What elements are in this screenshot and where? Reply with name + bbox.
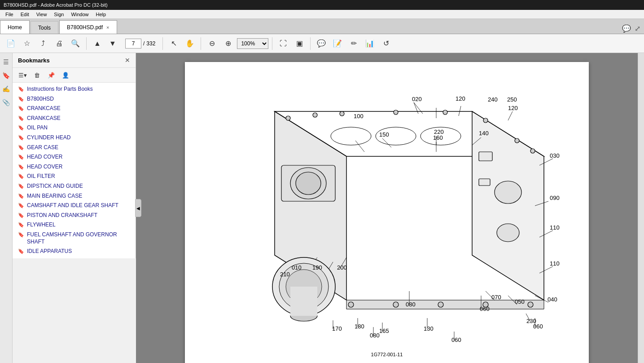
zoom-out-button[interactable]: ⊖ [205, 36, 219, 51]
svg-text:250: 250 [507, 96, 517, 103]
prev-page-button[interactable]: ▲ [90, 36, 105, 51]
sidebar-search-btn[interactable]: 👤 [59, 70, 72, 80]
menu-window[interactable]: Window [67, 12, 92, 17]
marquee-zoom-button[interactable]: ▣ [292, 36, 307, 51]
menu-view[interactable]: View [33, 12, 51, 17]
bookmark-item[interactable]: 🔖IDLE APPARATUS [13, 247, 136, 257]
menu-help[interactable]: Help [92, 12, 110, 17]
menu-edit[interactable]: Edit [17, 12, 33, 17]
markup-button[interactable]: 📊 [363, 36, 377, 51]
zoom-select[interactable]: 50% 75% 100% 125% 150% 200% [237, 38, 268, 49]
tab-close-button[interactable]: × [106, 25, 109, 30]
right-scrollbar[interactable] [638, 53, 644, 363]
zoom-in-button[interactable]: ⊕ [221, 36, 235, 51]
bookmark-label: FUEL CAMSHAFT AND GOVERNOR SHAFT [27, 231, 132, 245]
tab-bar: Home Tools B7800HSD.pdf × 💬 ⤢ [0, 19, 644, 34]
bookmark-item[interactable]: 🔖FUEL CAMSHAFT AND GOVERNOR SHAFT [13, 230, 136, 247]
svg-text:130: 130 [424, 325, 434, 332]
svg-text:050: 050 [515, 298, 525, 305]
svg-point-13 [313, 113, 317, 117]
bookmark-item[interactable]: 🔖CRANKCASE [13, 114, 136, 124]
bookmark-label: CAMSHAFT AND IDLE GEAR SHAFT [27, 202, 118, 209]
svg-point-4 [331, 127, 371, 145]
svg-text:090: 090 [550, 195, 560, 201]
svg-rect-62 [290, 287, 317, 316]
svg-line-43 [508, 111, 513, 120]
bookmark-item[interactable]: 🔖B7800HSD [13, 94, 136, 104]
bookmark-icon: 🔖 [18, 135, 24, 141]
svg-text:080: 080 [370, 332, 380, 339]
svg-point-9 [296, 172, 321, 195]
rail-signatures-btn[interactable]: ✍ [1, 84, 12, 94]
sidebar-delete-btn[interactable]: 🗑 [31, 70, 43, 80]
next-page-button[interactable]: ▼ [105, 36, 120, 51]
separator-4 [272, 37, 272, 50]
create-button[interactable]: 📄 [4, 36, 18, 51]
print-button[interactable]: 🖨 [52, 36, 66, 51]
bookmark-toolbar-btn[interactable]: ☆ [20, 36, 34, 51]
menu-sign[interactable]: Sign [50, 12, 67, 17]
svg-text:210: 210 [280, 271, 290, 278]
rail-navigation-btn[interactable]: ☰ [1, 57, 12, 67]
comment-icon[interactable]: 💬 [622, 24, 631, 33]
separator-2 [162, 37, 163, 50]
svg-point-11 [497, 224, 519, 242]
svg-point-12 [286, 116, 290, 120]
bookmark-label: DIPSTICK AND GUIDE [27, 183, 83, 190]
bookmark-item[interactable]: 🔖PISTON AND CRANKSHAFT [13, 211, 136, 221]
bookmark-item[interactable]: 🔖CAMSHAFT AND IDLE GEAR SHAFT [13, 201, 136, 211]
sidebar-options-btn[interactable]: ☰▾ [16, 70, 29, 80]
page-nav: / 332 [125, 39, 155, 49]
bookmark-item[interactable]: 🔖HEAD COVER [13, 162, 136, 172]
highlight-button[interactable]: ✏ [346, 36, 361, 51]
bookmark-icon: 🔖 [18, 154, 24, 160]
svg-text:170: 170 [332, 325, 342, 332]
bookmark-icon: 🔖 [18, 203, 24, 208]
page-input[interactable] [125, 39, 141, 49]
svg-text:080: 080 [406, 301, 416, 308]
bookmark-item[interactable]: 🔖CYLINDER HEAD [13, 133, 136, 143]
fit-page-button[interactable]: ⛶ [276, 36, 290, 51]
open-button[interactable]: ⤴ [36, 36, 50, 51]
pdf-viewer[interactable]: 010 210 020 120 240 250 030 090 110 110 … [136, 53, 638, 363]
find-button[interactable]: 🔍 [68, 36, 83, 51]
bookmark-label: Instructions for Parts Books [27, 86, 93, 93]
sidebar-new-btn[interactable]: 📌 [45, 70, 57, 80]
sidebar-close-button[interactable]: ✕ [125, 57, 130, 64]
bookmark-item[interactable]: 🔖GEAR CASE [13, 143, 136, 153]
share-icon[interactable]: ⤢ [635, 24, 640, 33]
svg-text:110: 110 [550, 224, 560, 231]
menu-file[interactable]: File [2, 12, 17, 17]
bookmark-label: MAIN BEARING CASE [27, 193, 82, 200]
rotate-button[interactable]: ↺ [379, 36, 393, 51]
bookmark-icon: 🔖 [18, 193, 24, 199]
svg-text:140: 140 [479, 130, 489, 137]
bookmark-item[interactable]: 🔖FLYWHEEL [13, 220, 136, 230]
bookmark-label: GEAR CASE [27, 144, 58, 151]
svg-point-10 [495, 181, 521, 204]
tab-home[interactable]: Home [0, 20, 30, 34]
svg-point-19 [530, 149, 535, 153]
bookmark-item[interactable]: 🔖DIPSTICK AND GUIDE [13, 182, 136, 191]
bookmark-item[interactable]: 🔖CRANKCASE [13, 104, 136, 114]
rail-bookmarks-btn[interactable]: 🔖 [1, 70, 12, 81]
svg-text:070: 070 [491, 294, 501, 301]
bookmark-item[interactable]: 🔖MAIN BEARING CASE [13, 191, 136, 201]
bookmark-item[interactable]: 🔖OIL FILTER [13, 172, 136, 182]
toolbar: 📄 ☆ ⤴ 🖨 🔍 ▲ ▼ / 332 ↖ ✋ ⊖ ⊕ 50% 75% 100%… [0, 34, 644, 53]
tab-document[interactable]: B7800HSD.pdf × [59, 20, 117, 34]
svg-text:180: 180 [355, 323, 364, 330]
hand-tool-button[interactable]: ✋ [183, 36, 197, 51]
bookmark-item[interactable]: 🔖Instructions for Parts Books [13, 84, 136, 94]
svg-point-15 [394, 110, 398, 115]
sticky-note-button[interactable]: 📝 [330, 36, 345, 51]
separator-5 [310, 37, 311, 50]
sidebar-collapse-button[interactable]: ◀ [135, 199, 141, 217]
bookmark-item[interactable]: 🔖HEAD COVER [13, 152, 136, 162]
rail-attachments-btn[interactable]: 📎 [1, 97, 12, 108]
tab-tools[interactable]: Tools [31, 21, 58, 34]
svg-text:150: 150 [379, 131, 389, 138]
comment-tool-button[interactable]: 💬 [314, 36, 329, 51]
bookmark-item[interactable]: 🔖OIL PAN [13, 123, 136, 133]
select-tool-button[interactable]: ↖ [166, 36, 181, 51]
